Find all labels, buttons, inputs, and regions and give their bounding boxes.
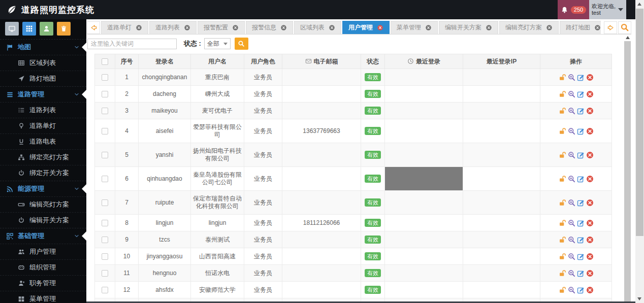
delete-user-button[interactable] <box>586 219 594 227</box>
unlock-user-button[interactable] <box>559 270 566 277</box>
edit-user-button[interactable] <box>577 151 585 159</box>
tab-close-icon[interactable] <box>232 24 239 31</box>
view-user-button[interactable] <box>568 74 575 81</box>
row-checkbox[interactable] <box>102 199 108 206</box>
view-user-button[interactable] <box>568 151 575 159</box>
delete-user-button[interactable] <box>586 90 594 98</box>
quick-monitor-button[interactable] <box>5 22 19 36</box>
row-checkbox[interactable] <box>102 108 108 114</box>
inner-scrollbar-thumb[interactable] <box>624 41 631 301</box>
tab-close-icon[interactable] <box>425 24 432 31</box>
filter-search-button[interactable] <box>235 38 248 50</box>
unlock-user-button[interactable] <box>559 219 566 227</box>
unlock-user-button[interactable] <box>559 107 566 115</box>
unlock-user-button[interactable] <box>559 199 566 207</box>
view-user-button[interactable] <box>568 219 575 227</box>
tab-close-icon[interactable] <box>546 24 553 31</box>
keyword-input[interactable] <box>87 39 177 49</box>
unlock-user-button[interactable] <box>559 236 566 244</box>
view-user-button[interactable] <box>568 175 575 183</box>
scrollbar-thumb[interactable] <box>636 9 643 236</box>
edit-user-button[interactable] <box>577 236 585 244</box>
sidebar-item-路灯地图[interactable]: 路灯地图 <box>0 71 86 86</box>
unlock-user-button[interactable] <box>559 286 566 294</box>
tabs-scroll-right-button[interactable] <box>604 21 617 34</box>
edit-user-button[interactable] <box>577 127 585 135</box>
unlock-user-button[interactable] <box>559 74 566 81</box>
tab-报警配置[interactable]: 报警配置 <box>198 21 245 34</box>
tab-区域列表[interactable]: 区域列表 <box>294 21 341 34</box>
sidebar-item-用户管理[interactable]: 用户管理 <box>0 244 86 259</box>
quick-th-button[interactable] <box>22 22 36 36</box>
browser-scrollbar[interactable] <box>635 0 644 303</box>
view-user-button[interactable] <box>568 286 575 294</box>
delete-user-button[interactable] <box>586 199 594 207</box>
edit-user-button[interactable] <box>577 253 585 260</box>
unlock-user-button[interactable] <box>559 151 566 159</box>
row-checkbox[interactable] <box>102 287 108 293</box>
scrollbar-up-icon[interactable] <box>637 3 641 6</box>
scrollbar-down-icon[interactable] <box>637 297 641 300</box>
sidebar-item-道路单灯[interactable]: 道路单灯 <box>0 118 86 133</box>
sidebar-section-地图[interactable]: 地图 <box>0 39 86 55</box>
sidebar-item-绑定亮灯方案[interactable]: 绑定亮灯方案 <box>0 149 86 165</box>
tab-报警信息[interactable]: 报警信息 <box>246 21 293 34</box>
row-checkbox[interactable] <box>102 176 108 182</box>
inner-scrollbar-up-icon[interactable] <box>626 36 630 39</box>
sidebar-item-编辑亮灯方案[interactable]: 编辑亮灯方案 <box>0 196 86 212</box>
row-checkbox[interactable] <box>102 91 108 97</box>
row-checkbox[interactable] <box>102 220 108 226</box>
status-select[interactable]: 全部 <box>204 38 231 49</box>
tab-close-icon[interactable] <box>184 24 190 31</box>
edit-user-button[interactable] <box>577 286 585 294</box>
row-checkbox[interactable] <box>102 253 108 260</box>
sidebar-item-编辑开关方案[interactable]: 编辑开关方案 <box>0 212 86 228</box>
tab-close-icon[interactable] <box>329 24 335 31</box>
sidebar-section-基础管理[interactable]: 基础管理 <box>0 228 86 244</box>
delete-user-button[interactable] <box>586 253 594 260</box>
view-user-button[interactable] <box>568 127 575 135</box>
sidebar-section-能源管理[interactable]: 能源管理 <box>0 181 86 196</box>
sidebar-item-区域列表[interactable]: 区域列表 <box>0 55 86 71</box>
sidebar-item-菜单管理[interactable]: 菜单管理 <box>0 291 86 303</box>
edit-user-button[interactable] <box>577 175 585 183</box>
view-user-button[interactable] <box>568 270 575 277</box>
view-user-button[interactable] <box>568 90 575 98</box>
row-checkbox[interactable] <box>102 74 108 81</box>
quick-trash-button[interactable] <box>57 22 71 36</box>
tab-close-icon[interactable] <box>377 24 383 31</box>
delete-user-button[interactable] <box>586 74 594 81</box>
tab-close-icon[interactable] <box>486 24 492 31</box>
tab-道路单灯[interactable]: 道路单灯 <box>101 21 148 34</box>
view-user-button[interactable] <box>568 253 575 260</box>
notifications-button[interactable]: 250 <box>558 0 589 19</box>
row-checkbox[interactable] <box>102 128 108 134</box>
delete-user-button[interactable] <box>586 151 594 159</box>
delete-user-button[interactable] <box>586 107 594 115</box>
delete-user-button[interactable] <box>586 286 594 294</box>
select-all-checkbox[interactable] <box>102 58 108 65</box>
row-checkbox[interactable] <box>102 237 108 243</box>
delete-user-button[interactable] <box>586 175 594 183</box>
edit-user-button[interactable] <box>577 199 585 207</box>
quick-person-button[interactable] <box>40 22 53 36</box>
tab-路灯地图[interactable]: 路灯地图 <box>560 21 601 34</box>
sidebar-item-绑定开关方案[interactable]: 绑定开关方案 <box>0 165 86 181</box>
sidebar-item-道路电表[interactable]: 道路电表 <box>0 133 86 149</box>
tab-close-icon[interactable] <box>594 24 601 31</box>
user-menu[interactable]: 欢迎光临, test <box>589 0 626 19</box>
delete-user-button[interactable] <box>586 236 594 244</box>
tabs-scroll-left-button[interactable] <box>87 21 100 34</box>
edit-user-button[interactable] <box>577 90 585 98</box>
sidebar-item-组织管理[interactable]: 组织管理 <box>0 259 86 275</box>
edit-user-button[interactable] <box>577 219 585 227</box>
edit-user-button[interactable] <box>577 270 585 277</box>
delete-user-button[interactable] <box>586 127 594 135</box>
sidebar-item-道路列表[interactable]: 道路列表 <box>0 102 86 118</box>
sidebar-section-道路管理[interactable]: 道路管理 <box>0 86 86 102</box>
delete-user-button[interactable] <box>586 270 594 277</box>
view-user-button[interactable] <box>568 236 575 244</box>
tabs-search-button[interactable] <box>618 21 631 34</box>
tab-菜单管理[interactable]: 菜单管理 <box>391 21 438 34</box>
view-user-button[interactable] <box>568 199 575 207</box>
